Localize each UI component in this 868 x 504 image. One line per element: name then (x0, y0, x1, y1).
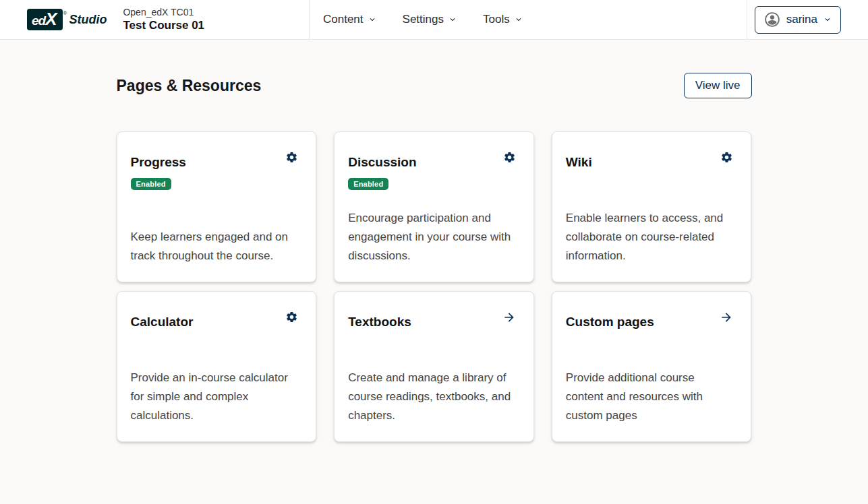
card-description: Encourage participation and engagement i… (348, 209, 517, 265)
resource-card-discussion: Discussion Enabled Encourage participati… (334, 131, 534, 282)
card-title: Progress (131, 155, 186, 170)
card-description: Enable learners to access, and collabora… (566, 209, 735, 265)
card-title: Textbooks (348, 315, 411, 329)
card-action-button[interactable] (284, 309, 299, 325)
nav-item-tools[interactable]: Tools (483, 13, 523, 26)
nav-item-label: Content (323, 13, 364, 26)
gear-icon (503, 156, 516, 166)
course-org-number: Open_edX TC01 (123, 7, 204, 19)
chevron-down-icon (514, 15, 523, 24)
registered-mark: ® (63, 10, 67, 16)
card-top: Progress (131, 147, 300, 170)
pages-resources-page: Pages & Resources View live Progress Ena… (117, 73, 752, 442)
card-top: Discussion (348, 147, 517, 170)
page-title: Pages & Resources (117, 77, 262, 95)
card-action-button[interactable] (284, 150, 299, 165)
resource-card-custom-pages: Custom pages Provide additional course c… (552, 291, 752, 442)
chevron-down-icon (448, 15, 457, 24)
chevron-down-icon (368, 15, 377, 24)
studio-logo-text: Studio (69, 13, 107, 27)
card-action-button[interactable] (502, 150, 517, 165)
nav-item-label: Settings (403, 13, 444, 26)
app-header: edX ® Studio Open_edX TC01 Test Course 0… (0, 0, 868, 40)
card-top: Textbooks (348, 307, 517, 329)
card-top: Calculator (131, 307, 300, 329)
resource-card-textbooks: Textbooks Create and manage a library of… (334, 291, 534, 442)
gear-icon (285, 156, 298, 166)
page-header-row: Pages & Resources View live (117, 73, 752, 98)
logo-area: edX ® Studio (27, 9, 107, 30)
card-title: Calculator (131, 315, 194, 329)
edx-logo-x: X (45, 10, 56, 28)
arrow-right-icon (502, 316, 516, 326)
card-top: Wiki (566, 147, 735, 170)
user-name: sarina (786, 13, 817, 26)
card-title: Discussion (348, 155, 416, 170)
gear-icon (285, 315, 298, 325)
card-description: Provide an in-course calculator for simp… (131, 369, 300, 425)
user-area: sarina (747, 0, 868, 39)
main-nav: ContentSettingsTools (310, 0, 523, 39)
edx-logo[interactable]: edX (27, 9, 63, 30)
card-top: Custom pages (566, 307, 735, 329)
view-live-button[interactable]: View live (684, 73, 752, 98)
header-spacer (523, 0, 747, 39)
cards-grid: Progress Enabled Keep learners engaged a… (117, 131, 752, 442)
nav-item-settings[interactable]: Settings (403, 13, 457, 26)
course-info: Open_edX TC01 Test Course 01 (123, 7, 204, 33)
edx-logo-ed: ed (32, 14, 45, 27)
card-title: Wiki (566, 155, 592, 170)
card-action-button[interactable] (719, 150, 734, 165)
resource-card-wiki: Wiki Enable learners to access, and coll… (552, 131, 752, 282)
arrow-right-icon (720, 316, 733, 326)
nav-item-content[interactable]: Content (323, 13, 377, 26)
course-title: Test Course 01 (123, 18, 204, 32)
card-description: Keep learners engaged and on track throu… (131, 228, 300, 265)
status-badge: Enabled (348, 178, 388, 190)
card-description: Provide additional course content and re… (566, 369, 735, 425)
gear-icon (720, 156, 733, 166)
chevron-down-icon (823, 15, 832, 24)
card-description: Create and manage a library of course re… (348, 369, 517, 425)
resource-card-progress: Progress Enabled Keep learners engaged a… (117, 131, 317, 282)
avatar-icon (763, 11, 781, 28)
card-action-button[interactable] (501, 309, 517, 325)
nav-item-label: Tools (483, 13, 510, 26)
resource-card-calculator: Calculator Provide an in-course calculat… (117, 291, 317, 442)
status-badge: Enabled (131, 178, 171, 190)
card-title: Custom pages (566, 315, 654, 329)
header-left: edX ® Studio Open_edX TC01 Test Course 0… (0, 0, 309, 39)
user-menu-button[interactable]: sarina (755, 6, 841, 34)
card-action-button[interactable] (718, 309, 734, 325)
